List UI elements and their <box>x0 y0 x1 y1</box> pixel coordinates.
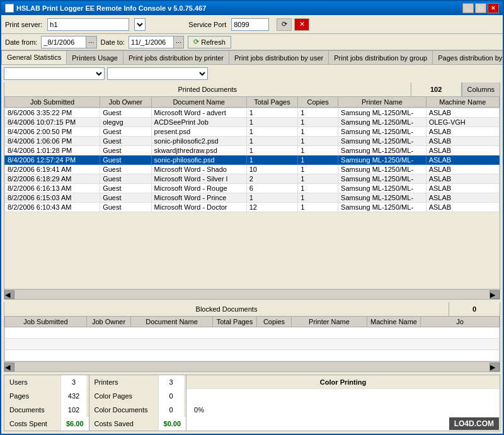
date-from-wrap: ··· <box>41 36 96 48</box>
blocked-col-owner: Job Owner <box>87 317 131 327</box>
table-row[interactable]: 8/4/2006 2:00:50 PMGuestpresent.psd11Sam… <box>5 127 500 137</box>
disconnect-button[interactable]: ✕ <box>294 18 309 31</box>
window-title: HSLAB Print Logger EE Remote Info Consol… <box>16 4 206 12</box>
printed-table-body: 8/6/2006 3:35:22 PMGuestMicrosoft Word -… <box>4 108 500 289</box>
date-row: Date from: ··· Date to: ··· ⟳ Refresh <box>1 34 503 50</box>
col-machine-name: Machine Name <box>426 97 499 108</box>
service-port-input[interactable] <box>231 18 269 31</box>
date-from-picker[interactable]: ··· <box>86 37 96 48</box>
tab-dist-printer[interactable]: Print jobs distribution by printer <box>123 50 229 64</box>
blocked-scroll-right[interactable]: ▶ <box>490 363 500 371</box>
blocked-header: Blocked Documents 0 <box>4 302 500 316</box>
print-server-input[interactable] <box>47 18 129 31</box>
printed-table: 8/6/2006 3:35:22 PMGuestMicrosoft Word -… <box>4 108 500 212</box>
table-row[interactable]: 8/2/2006 6:15:03 AMGuestMicrosoft Word -… <box>5 193 500 203</box>
tab-general-statistics[interactable]: General Statistics <box>1 50 67 64</box>
tab-dist-user-label: Print jobs distribution by user <box>234 54 323 62</box>
printed-table-wrap: Job Submitted Job Owner Document Name To… <box>4 96 500 300</box>
color-pages-row: Color Pages 0 <box>89 389 186 403</box>
printed-header: Printed Documents 102 Columns <box>4 82 500 96</box>
table-row[interactable]: 8/4/2006 10:07:15 PMolegvgACDSeePrint Jo… <box>5 118 500 127</box>
stats-middle: Printers 3 Color Pages 0 Color Documents… <box>89 375 187 431</box>
refresh-button[interactable]: ⟳ Refresh <box>188 36 231 48</box>
table-row[interactable]: 8/2/2006 6:10:43 AMGuestMicrosoft Word -… <box>5 203 500 212</box>
blocked-table-header: Job Submitted Job Owner Document Name To… <box>4 316 500 361</box>
print-server-dropdown[interactable] <box>134 18 146 31</box>
table-row[interactable]: 8/4/2006 1:06:06 PMGuestsonic-philosofic… <box>5 137 500 146</box>
blocked-scrollbar-x[interactable]: ◀ ▶ <box>4 361 500 371</box>
connect-icon[interactable]: ⟳ <box>277 18 292 31</box>
service-port-label: Service Port <box>188 21 226 28</box>
blocked-col-name: Document Name <box>131 317 213 327</box>
users-row: Users 3 <box>4 375 89 389</box>
date-to-input[interactable] <box>129 37 173 48</box>
printers-row: Printers 3 <box>89 375 186 389</box>
scroll-left-btn[interactable]: ◀ <box>4 290 14 299</box>
table-row[interactable]: 8/4/2006 12:57:24 PMGuestsonic-philosofi… <box>5 155 500 165</box>
tab-printers-usage-label: Printers Usage <box>72 54 118 62</box>
printed-section: Printed Documents 102 Columns Job Submit… <box>4 82 500 372</box>
col-printer-name: Printer Name <box>338 97 427 108</box>
tab-dist-printer-label: Print jobs distribution by printer <box>129 54 224 62</box>
title-bar: 🖨 HSLAB Print Logger EE Remote Info Cons… <box>1 1 503 15</box>
printed-scrollbar-x[interactable]: ◀ ▶ <box>4 289 500 299</box>
scroll-track[interactable] <box>14 290 490 299</box>
color-printing-title: Color Printing <box>186 375 500 389</box>
tabs-row: General Statistics Printers Usage Print … <box>1 50 503 65</box>
filter-dropdown-2[interactable] <box>107 67 208 80</box>
blocked-scroll-left[interactable]: ◀ <box>4 363 14 371</box>
tab-pages-group[interactable]: Pages distribution by group <box>432 50 503 64</box>
content-area: Printed Documents 102 Columns Job Submit… <box>1 65 503 434</box>
printers-label: Printers <box>89 375 159 389</box>
date-to-picker[interactable]: ··· <box>173 37 183 48</box>
stats-left: Users 3 Pages 432 Documents 102 Costs Sp… <box>4 375 89 431</box>
pages-label: Pages <box>4 389 61 403</box>
app-icon: 🖨 <box>5 4 14 13</box>
title-bar-buttons: _ □ ✕ <box>462 3 499 13</box>
tab-pages-group-label: Pages distribution by group <box>438 54 503 62</box>
users-value: 3 <box>61 375 86 389</box>
maximize-button[interactable]: □ <box>475 3 486 13</box>
blocked-col-jo: Jo <box>421 317 500 327</box>
col-job-owner: Job Owner <box>100 97 151 108</box>
filter-dropdown-1[interactable] <box>4 67 105 80</box>
minimize-button[interactable]: _ <box>462 3 474 13</box>
scroll-right-btn[interactable]: ▶ <box>490 290 500 299</box>
table-row[interactable]: 8/4/2006 1:01:28 PMGuestskwardjthredraw.… <box>5 146 500 155</box>
costs-spent-row: Costs Spent $6.00 <box>4 417 89 431</box>
color-documents-label: Color Documents <box>89 403 159 417</box>
date-from-input[interactable] <box>42 37 86 48</box>
col-total-pages: Total Pages <box>246 97 297 108</box>
tab-dist-group-label: Print jobs distribution by group <box>334 54 427 62</box>
documents-label: Documents <box>4 403 61 417</box>
date-from-label: Date from: <box>5 38 37 46</box>
printed-title: Printed Documents <box>4 82 411 96</box>
blocked-count: 0 <box>449 302 500 316</box>
table-row[interactable]: 8/2/2006 6:16:13 AMGuestMicrosoft Word -… <box>5 184 500 193</box>
refresh-icon: ⟳ <box>193 38 199 46</box>
main-window: 🖨 HSLAB Print Logger EE Remote Info Cons… <box>0 0 504 435</box>
blocked-col-printer: Printer Name <box>292 317 367 327</box>
documents-value: 102 <box>61 403 86 417</box>
close-button[interactable]: ✕ <box>488 3 499 13</box>
costs-saved-row: Costs Saved $0.00 <box>89 417 186 431</box>
printers-value: 3 <box>159 375 184 389</box>
table-row[interactable]: 8/2/2006 6:18:29 AMGuestMicrosoft Word -… <box>5 174 500 184</box>
date-to-wrap: ··· <box>129 36 184 48</box>
print-server-label: Print server: <box>5 21 42 28</box>
tab-general-statistics-label: General Statistics <box>7 54 61 61</box>
columns-button[interactable]: Columns <box>462 82 500 96</box>
costs-saved-label: Costs Saved <box>89 417 159 431</box>
blocked-col-copies: Copies <box>257 317 292 327</box>
col-document-name: Document Name <box>151 97 246 108</box>
tab-dist-group[interactable]: Print jobs distribution by group <box>328 50 433 64</box>
tab-dist-user[interactable]: Print jobs distribution by user <box>229 50 329 64</box>
color-pages-label: Color Pages <box>89 389 159 403</box>
costs-spent-label: Costs Spent <box>4 417 61 431</box>
bottom-stats: Users 3 Pages 432 Documents 102 Costs Sp… <box>4 375 500 431</box>
table-row[interactable]: 8/6/2006 3:35:22 PMGuestMicrosoft Word -… <box>5 108 500 118</box>
documents-row: Documents 102 <box>4 403 89 417</box>
tab-printers-usage[interactable]: Printers Usage <box>66 50 123 64</box>
blocked-col-submitted: Job Submitted <box>5 317 87 327</box>
table-row[interactable]: 8/2/2006 6:19:41 AMGuestMicrosoft Word -… <box>5 165 500 174</box>
